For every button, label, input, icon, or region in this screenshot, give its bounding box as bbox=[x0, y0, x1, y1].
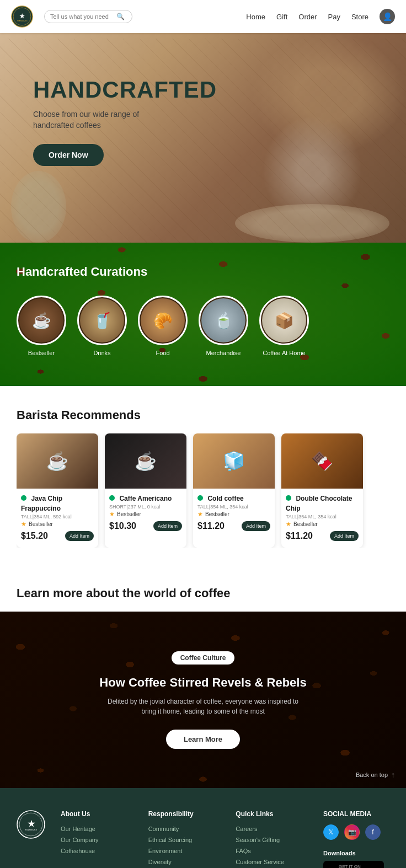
product-meta-2: SHORT|237 ML, 0 kcal bbox=[109, 504, 182, 510]
product-badge-4 bbox=[286, 495, 291, 501]
social-icons-group: 𝕏 📷 f bbox=[323, 824, 389, 840]
star-icon-1: ★ bbox=[21, 521, 26, 528]
product-meta-3: TALL|354 ML, 354 kcal bbox=[197, 504, 270, 510]
search-input[interactable] bbox=[50, 13, 116, 20]
nav-gift[interactable]: Gift bbox=[276, 13, 287, 21]
facebook-icon[interactable]: f bbox=[365, 824, 381, 840]
star-icon-4: ★ bbox=[286, 521, 291, 528]
svg-text:STARBUCKS: STARBUCKS bbox=[17, 20, 27, 22]
curation-img-drinks: 🥤 bbox=[77, 296, 127, 345]
twitter-icon[interactable]: 𝕏 bbox=[323, 824, 339, 840]
add-button-3[interactable]: Add Item bbox=[242, 521, 270, 531]
footer-link-faqs[interactable]: FAQs bbox=[236, 848, 312, 854]
footer-link-gifting[interactable]: Season's Gifting bbox=[236, 837, 312, 843]
star-icon-2: ★ bbox=[109, 511, 115, 518]
product-meta-1: TALL|354 ML, 592 kcal bbox=[21, 514, 94, 519]
add-button-2[interactable]: Add Item bbox=[153, 521, 182, 531]
footer-quicklinks-col: Quick Links Careers Season's Gifting FAQ… bbox=[236, 810, 312, 868]
hero-title: HANDCRAFTED bbox=[33, 77, 217, 103]
curation-item-drinks[interactable]: 🥤 Drinks bbox=[77, 296, 127, 356]
order-now-button[interactable]: Order Now bbox=[33, 144, 104, 166]
curations-title: Handcrafted Curations bbox=[17, 265, 389, 279]
culture-title: How Coffee Stirred Revels & Rebels bbox=[99, 676, 306, 690]
svg-text:★: ★ bbox=[19, 13, 25, 19]
product-name-1: Java Chip Frappuccino bbox=[21, 495, 62, 512]
curation-label-merchandise: Merchandise bbox=[206, 350, 241, 356]
learn-section: Learn more about the world of coffee bbox=[0, 570, 406, 601]
curation-img-merchandise: 🍵 bbox=[199, 296, 248, 345]
footer-logo[interactable]: ★ STARBUCKS bbox=[17, 810, 50, 868]
curation-item-merchandise[interactable]: 🍵 Merchandise bbox=[199, 296, 248, 356]
nav-links: Home Gift Order Pay Store 👤 bbox=[246, 9, 395, 24]
bestseller-tag-4: Bestseller bbox=[293, 521, 318, 527]
search-box[interactable]: 🔍 bbox=[44, 10, 132, 23]
google-play-badge[interactable]: ▶ GET IT ON Google Play bbox=[323, 861, 384, 868]
curation-item-bestseller[interactable]: ☕ Bestseller bbox=[17, 296, 66, 356]
product-card-3: 🧊 Cold coffee TALL|354 ML, 354 kcal ★ Be… bbox=[193, 433, 275, 548]
culture-desc: Delited by the jovial character of coffe… bbox=[104, 696, 302, 716]
footer-responsibility-title: Responsibility bbox=[148, 810, 225, 818]
footer-about-col: About Us Our Heritage Our Company Coffee… bbox=[61, 810, 137, 868]
curation-img-coffee-at-home: 📦 bbox=[259, 296, 309, 345]
product-price-3: $11.20 bbox=[197, 521, 225, 531]
footer-link-careers[interactable]: Careers bbox=[236, 826, 312, 832]
product-footer-3: $11.20 Add Item bbox=[197, 521, 270, 533]
product-rating-1: ★ Bestseller bbox=[21, 521, 94, 528]
curation-label-food: Food bbox=[156, 350, 169, 356]
hero-content: HANDCRAFTED Choose from our wide range o… bbox=[33, 77, 217, 166]
logo[interactable]: ★ STARBUCKS bbox=[11, 6, 33, 28]
product-image-1: ☕ bbox=[17, 433, 98, 489]
footer: ★ STARBUCKS About Us Our Heritage Our Co… bbox=[0, 788, 406, 868]
product-price-2: $10.30 bbox=[109, 521, 136, 531]
user-icon[interactable]: 👤 bbox=[380, 9, 395, 24]
curation-img-bestseller: ☕ bbox=[17, 296, 66, 345]
barista-title: Barista Recommends bbox=[17, 408, 389, 422]
footer-link-environment[interactable]: Environment bbox=[148, 848, 225, 854]
google-play-sub: GET IT ON bbox=[339, 864, 377, 868]
footer-link-coffeehouse[interactable]: Coffeehouse bbox=[61, 848, 137, 854]
footer-link-sourcing[interactable]: Ethical Sourcing bbox=[148, 837, 225, 843]
footer-quicklinks-title: Quick Links bbox=[236, 810, 312, 818]
add-button-4[interactable]: Add Item bbox=[330, 531, 359, 541]
curation-item-coffee-at-home[interactable]: 📦 Coffee At Home bbox=[259, 296, 309, 356]
bestseller-tag-3: Bestseller bbox=[205, 511, 229, 517]
instagram-icon[interactable]: 📷 bbox=[344, 824, 360, 840]
nav-order[interactable]: Order bbox=[298, 13, 317, 21]
bestseller-tag-2: Bestseller bbox=[117, 511, 141, 517]
hero-section: HANDCRAFTED Choose from our wide range o… bbox=[0, 33, 406, 243]
footer-link-heritage[interactable]: Our Heritage bbox=[61, 826, 137, 832]
product-badge-3 bbox=[197, 495, 203, 501]
curation-item-food[interactable]: 🥐 Food bbox=[138, 296, 188, 356]
footer-responsibility-col: Responsibility Community Ethical Sourcin… bbox=[148, 810, 225, 868]
footer-top: ★ STARBUCKS About Us Our Heritage Our Co… bbox=[17, 810, 389, 868]
back-to-top[interactable]: Back on top ↑ bbox=[356, 770, 395, 779]
product-info-4: Double Chocolate Chip TALL|354 ML, 354 k… bbox=[281, 489, 363, 548]
back-top-arrow-icon: ↑ bbox=[391, 770, 395, 779]
product-name-2: Caffe Americano bbox=[119, 495, 172, 502]
product-image-3: 🧊 bbox=[193, 433, 275, 489]
curations-list: ☕ Bestseller 🥤 Drinks 🥐 Food 🍵 Merchandi… bbox=[17, 296, 389, 356]
product-rating-3: ★ Bestseller bbox=[197, 511, 270, 518]
learn-more-button[interactable]: Learn More bbox=[166, 730, 240, 749]
product-meta-4: TALL|354 ML, 354 kcal bbox=[286, 514, 359, 519]
nav-store[interactable]: Store bbox=[351, 13, 368, 21]
bestseller-tag-1: Bestseller bbox=[29, 521, 53, 527]
product-footer-4: $11.20 Add Item bbox=[286, 531, 359, 543]
product-price-4: $11.20 bbox=[286, 531, 313, 541]
navbar: ★ STARBUCKS 🔍 Home Gift Order Pay Store … bbox=[0, 0, 406, 33]
add-button-1[interactable]: Add Item bbox=[65, 531, 94, 541]
downloads-title: Downloads bbox=[323, 850, 389, 856]
coffee-culture-section: Coffee Culture How Coffee Stirred Revels… bbox=[0, 612, 406, 788]
product-price-1: $15.20 bbox=[21, 531, 48, 541]
product-name-3: Cold coffee bbox=[207, 495, 243, 502]
nav-pay[interactable]: Pay bbox=[328, 13, 340, 21]
footer-link-customer-service[interactable]: Customer Service bbox=[236, 859, 312, 865]
culture-badge: Coffee Culture bbox=[172, 651, 235, 665]
nav-home[interactable]: Home bbox=[246, 13, 265, 21]
footer-link-company[interactable]: Our Company bbox=[61, 837, 137, 843]
learn-title: Learn more about the world of coffee bbox=[17, 586, 389, 601]
curations-section: Handcrafted Curations ☕ Bestseller 🥤 Dri… bbox=[0, 243, 406, 386]
footer-link-community[interactable]: Community bbox=[148, 826, 225, 832]
product-badge-2 bbox=[109, 495, 115, 501]
footer-link-diversity[interactable]: Diversity bbox=[148, 859, 225, 865]
